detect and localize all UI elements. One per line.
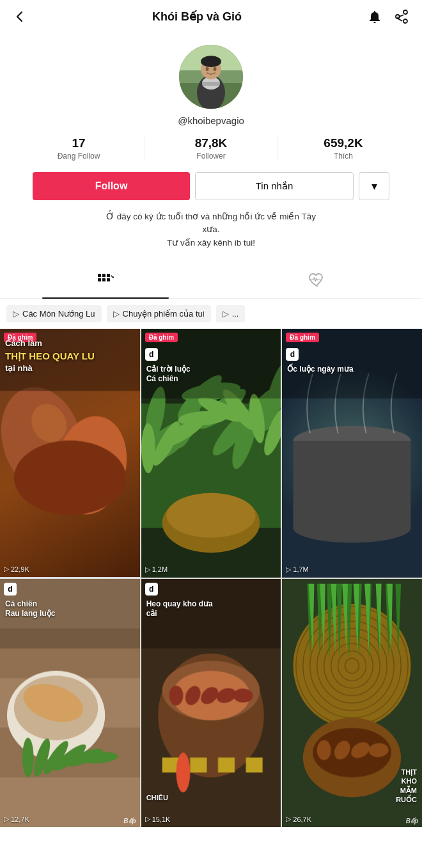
tab-videos[interactable]	[0, 266, 211, 298]
stats-row: 17 Đang Follow 87,8K Follower 659,2K Thí…	[13, 136, 409, 161]
action-buttons: Follow Tin nhắn ▾	[33, 172, 389, 200]
tiktok-logo-1: d	[145, 348, 158, 361]
svg-rect-10	[98, 274, 101, 277]
video-cell-5[interactable]: THỊTKHOMẮMRUỐC ▷ 26,7K Bếp	[282, 579, 422, 828]
video-title-3: Cá chiênRau lang luộc	[5, 599, 135, 619]
tab-bar	[0, 266, 422, 299]
stat-likes-number: 659,2K	[324, 136, 363, 150]
svg-point-9	[214, 67, 217, 71]
notification-icon	[367, 9, 382, 24]
video-cell-2[interactable]: Đã ghim d Ốc luộc ngày mưa ▷ 1,7M	[282, 329, 422, 578]
play-icon-3: ▷	[4, 815, 9, 823]
more-options-button[interactable]: ▾	[359, 172, 389, 200]
chevron-down-icon: ▾	[371, 179, 377, 193]
play-icon-1: ▷	[145, 565, 150, 574]
video-views-3: ▷ 12,7K	[4, 815, 29, 823]
play-icon-4: ▷	[145, 815, 150, 823]
header-actions	[367, 9, 409, 24]
views-count-5: 26,7K	[293, 816, 311, 823]
video-title-2: Ốc luộc ngày mưa	[287, 365, 417, 375]
tiktok-logo-2: d	[286, 348, 299, 361]
video-views-1: ▷ 1,2M	[145, 565, 168, 574]
svg-point-8	[206, 67, 209, 71]
views-count-3: 12,7K	[11, 816, 29, 823]
views-count-1: 1,2M	[152, 565, 168, 573]
video-subtitle-4: CHIÊU	[146, 794, 168, 801]
stat-likes-label: Thích	[334, 152, 353, 161]
notification-button[interactable]	[367, 9, 382, 24]
video-cell-3[interactable]: d Cá chiênRau lang luộc ▷ 12,7K Bếp	[0, 579, 140, 828]
playlist-chip-label-0: Các Món Nướng Lu	[22, 309, 95, 319]
avatar[interactable]	[179, 45, 243, 109]
profile-section: @khoibepvagio 17 Đang Follow 87,8K Follo…	[0, 33, 422, 266]
share-button[interactable]	[394, 9, 409, 24]
video-cell-0[interactable]: Đã ghim Cách làmTHỊT HEO QUAY LUtại nhà …	[0, 329, 140, 578]
video-views-5: ▷ 26,7K	[286, 815, 311, 823]
page-title: Khói Bếp và Gió	[152, 10, 242, 24]
svg-rect-15	[107, 278, 110, 281]
svg-rect-13	[98, 278, 101, 281]
bep-watermark-3: Bếp	[123, 817, 136, 825]
playlist-chip-0[interactable]: ▷ Các Món Nướng Lu	[6, 305, 102, 322]
bio-line2: xưa.	[202, 225, 219, 234]
stat-following-label: Đang Follow	[58, 152, 100, 161]
stat-following-number: 17	[72, 136, 85, 150]
tab-favorites[interactable]	[211, 266, 422, 298]
share-icon	[394, 9, 409, 24]
back-button[interactable]	[13, 10, 27, 24]
tiktok-logo-3: d	[4, 583, 17, 596]
heart-icon	[308, 272, 325, 292]
playlist-row: ▷ Các Món Nướng Lu ▷ Chuyện phiếm của tu…	[0, 299, 422, 329]
video-badge-2: Đã ghim	[286, 333, 318, 342]
stat-followers-label: Follower	[196, 152, 225, 161]
bio: Ở đây có ký ức tuổi thơ và những hồi ức …	[87, 210, 335, 249]
video-cell-1[interactable]: Đã ghim d Cải trời luộcCá chiên ▷ 1,2M	[141, 329, 281, 578]
video-title-4: Heo quay kho dưacải	[146, 599, 276, 619]
views-count-2: 1,7M	[293, 565, 308, 573]
video-views-2: ▷ 1,7M	[286, 565, 308, 574]
follow-button[interactable]: Follow	[33, 172, 190, 200]
views-count-0: 22,9K	[11, 565, 29, 573]
stat-following[interactable]: 17 Đang Follow	[13, 136, 145, 161]
grid-icon	[97, 273, 114, 290]
video-title-5: THỊTKHOMẮMRUỐC	[396, 768, 417, 804]
views-count-4: 15,1K	[152, 816, 171, 823]
playlist-chip-label-1: Chuyện phiếm của tui	[123, 309, 205, 319]
username: @khoibepvagio	[178, 115, 244, 126]
play-icon-2: ▷	[286, 565, 291, 574]
svg-rect-11	[102, 274, 106, 277]
playlist-icon: ▷	[13, 309, 19, 319]
stat-followers-number: 87,8K	[195, 136, 228, 150]
header: Khói Bếp và Gió	[0, 0, 422, 33]
bio-line3: Tư vấn xây kênh ib tui!	[167, 238, 255, 248]
bio-line1: Ở đây có ký ức tuổi thơ và những hồi ức …	[106, 212, 316, 221]
playlist-chip-label-2: ...	[232, 309, 239, 319]
svg-rect-14	[102, 278, 106, 281]
stat-followers[interactable]: 87,8K Follower	[145, 136, 277, 161]
playlist-chip-1[interactable]: ▷ Chuyện phiếm của tui	[107, 305, 211, 322]
video-views-0: ▷ 22,9K	[4, 565, 29, 573]
avatar-image	[179, 45, 243, 109]
playlist-chip-2[interactable]: ▷ ...	[216, 305, 246, 322]
tiktok-logo-4: d	[145, 583, 158, 596]
back-icon	[13, 10, 27, 24]
video-cell-4[interactable]: d Heo quay kho dưacải CHIÊU ▷ 15,1K	[141, 579, 281, 828]
play-icon: ▷	[4, 565, 9, 573]
video-title-0: Cách làmTHỊT HEO QUAY LUtại nhà	[5, 338, 135, 375]
playlist-icon-1: ▷	[113, 309, 120, 319]
video-title-1: Cải trời luộcCá chiên	[146, 365, 276, 384]
play-icon-5: ▷	[286, 815, 291, 823]
video-views-4: ▷ 15,1K	[145, 815, 171, 823]
message-button[interactable]: Tin nhắn	[195, 172, 354, 200]
svg-point-7	[201, 56, 221, 67]
video-grid: Đã ghim Cách làmTHỊT HEO QUAY LUtại nhà …	[0, 329, 422, 828]
playlist-icon-2: ▷	[223, 309, 229, 319]
svg-rect-12	[107, 274, 110, 277]
svg-rect-5	[202, 82, 220, 86]
bep-watermark-5: Bếp	[406, 817, 418, 825]
video-badge-1: Đã ghim	[145, 333, 178, 342]
stat-likes[interactable]: 659,2K Thích	[277, 136, 409, 161]
